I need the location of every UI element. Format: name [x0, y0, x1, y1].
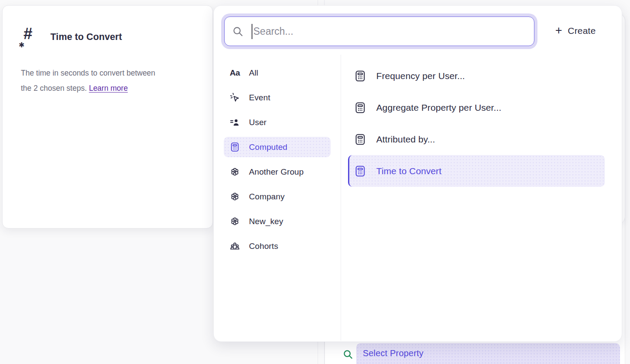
numeric-hash-icon: # ✱ [20, 26, 40, 47]
group-cluster-icon [229, 191, 240, 202]
select-property-label: Select Property [356, 343, 424, 358]
category-company[interactable]: Company [224, 186, 331, 207]
result-aggregate-property-per-user[interactable]: Aggregate Property per User... [348, 92, 605, 123]
property-tooltip-card: # ✱ Time to Convert The time in seconds … [2, 5, 213, 228]
plus-icon: + [555, 25, 562, 36]
result-time-to-convert[interactable]: Time to Convert [348, 155, 605, 187]
category-event[interactable]: Event [224, 87, 331, 108]
tooltip-title: Time to Convert [50, 32, 122, 43]
result-list: Frequency per User... Aggregate Property… [341, 60, 621, 187]
result-attributed-by[interactable]: Attributed by... [348, 123, 605, 155]
computed-calculator-icon [354, 133, 367, 146]
property-selector-dropdown: Search... + Create Aa All [213, 5, 622, 342]
group-cluster-icon [229, 166, 240, 177]
computed-calculator-icon [354, 101, 367, 114]
select-property-button[interactable]: Select Property [356, 343, 620, 364]
tooltip-description: The time in seconds to convert between t… [21, 66, 195, 96]
text-caret [252, 24, 252, 39]
search-placeholder: Search... [253, 26, 293, 37]
cohorts-people-icon [229, 241, 240, 251]
category-cohorts[interactable]: Cohorts [224, 236, 331, 256]
result-frequency-per-user[interactable]: Frequency per User... [348, 60, 605, 92]
category-new-key[interactable]: New_key [224, 211, 331, 232]
computed-calculator-icon [229, 142, 240, 152]
text-format-icon: Aa [229, 67, 240, 78]
tooltip-header: # ✱ Time to Convert [20, 26, 122, 47]
category-list: Aa All Event [224, 63, 331, 261]
search-input[interactable]: Search... [224, 17, 534, 46]
app-canvas: Select Property # ✱ Time to Convert The … [0, 0, 630, 364]
computed-calculator-icon [354, 69, 367, 83]
search-icon [232, 26, 244, 37]
create-button[interactable]: + Create [551, 20, 600, 41]
event-click-icon [229, 92, 240, 103]
learn-more-link[interactable]: Learn more [89, 84, 128, 93]
user-profile-icon [229, 117, 240, 128]
category-another-group[interactable]: Another Group [224, 162, 331, 182]
group-cluster-icon [229, 216, 240, 227]
search-icon [342, 349, 354, 360]
category-all[interactable]: Aa All [224, 63, 331, 83]
category-computed[interactable]: Computed [224, 137, 331, 157]
computed-calculator-icon [354, 165, 367, 178]
category-user[interactable]: User [224, 112, 331, 132]
